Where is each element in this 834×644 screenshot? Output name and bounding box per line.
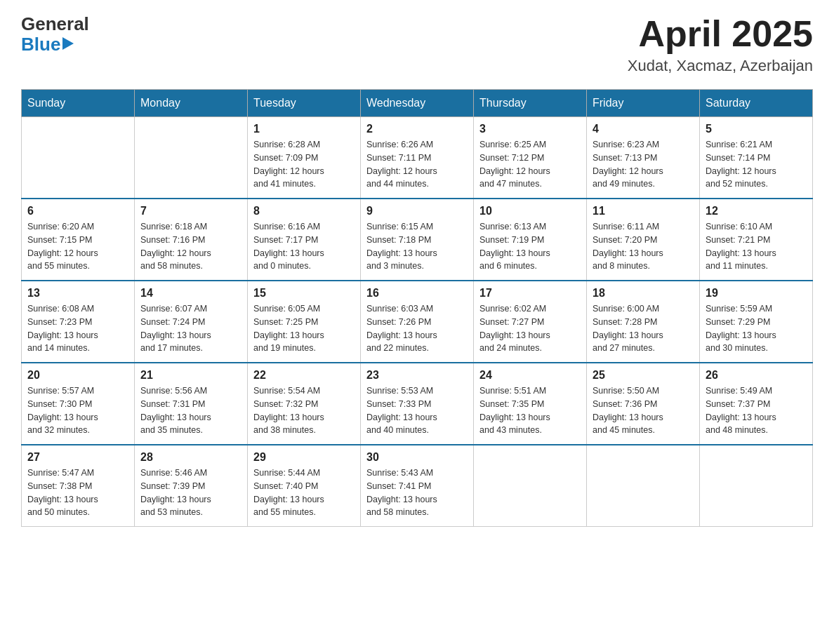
- day-info: Sunrise: 6:18 AMSunset: 7:16 PMDaylight:…: [140, 220, 241, 273]
- day-number: 24: [479, 369, 581, 382]
- table-row: 7Sunrise: 6:18 AMSunset: 7:16 PMDaylight…: [135, 199, 248, 281]
- table-row: 25Sunrise: 5:50 AMSunset: 7:36 PMDayligh…: [587, 363, 700, 445]
- day-info: Sunrise: 6:07 AMSunset: 7:24 PMDaylight:…: [140, 302, 241, 355]
- day-info: Sunrise: 6:02 AMSunset: 7:27 PMDaylight:…: [479, 302, 581, 355]
- table-row: 1Sunrise: 6:28 AMSunset: 7:09 PMDaylight…: [248, 117, 361, 199]
- day-number: 1: [253, 123, 355, 135]
- table-row: 10Sunrise: 6:13 AMSunset: 7:19 PMDayligh…: [474, 199, 587, 281]
- table-row: [587, 445, 700, 527]
- page-subtitle: Xudat, Xacmaz, Azerbaijan: [628, 57, 813, 75]
- day-info: Sunrise: 6:16 AMSunset: 7:17 PMDaylight:…: [253, 220, 355, 273]
- day-number: 26: [706, 369, 807, 382]
- day-info: Sunrise: 6:00 AMSunset: 7:28 PMDaylight:…: [593, 302, 694, 355]
- calendar-week-row: 1Sunrise: 6:28 AMSunset: 7:09 PMDaylight…: [22, 117, 813, 199]
- day-info: Sunrise: 5:49 AMSunset: 7:37 PMDaylight:…: [706, 384, 807, 437]
- table-row: 13Sunrise: 6:08 AMSunset: 7:23 PMDayligh…: [22, 281, 135, 363]
- table-row: [135, 117, 248, 199]
- day-number: 12: [706, 205, 807, 217]
- calendar-week-row: 13Sunrise: 6:08 AMSunset: 7:23 PMDayligh…: [22, 281, 813, 363]
- day-info: Sunrise: 6:23 AMSunset: 7:13 PMDaylight:…: [593, 138, 694, 191]
- day-info: Sunrise: 6:26 AMSunset: 7:11 PMDaylight:…: [366, 138, 468, 191]
- day-info: Sunrise: 5:51 AMSunset: 7:35 PMDaylight:…: [479, 384, 581, 437]
- day-number: 23: [366, 369, 468, 382]
- calendar-header-saturday: Saturday: [700, 90, 813, 117]
- logo-general: General: [21, 14, 89, 34]
- logo: General Blue: [21, 14, 89, 54]
- calendar-table: SundayMondayTuesdayWednesdayThursdayFrid…: [21, 89, 813, 527]
- calendar-week-row: 6Sunrise: 6:20 AMSunset: 7:15 PMDaylight…: [22, 199, 813, 281]
- table-row: [474, 445, 587, 527]
- day-number: 3: [479, 123, 581, 135]
- logo-arrow-icon: [62, 37, 74, 50]
- logo-blue: Blue: [21, 34, 60, 55]
- day-number: 2: [366, 123, 468, 135]
- table-row: 19Sunrise: 5:59 AMSunset: 7:29 PMDayligh…: [700, 281, 813, 363]
- calendar-week-row: 27Sunrise: 5:47 AMSunset: 7:38 PMDayligh…: [22, 445, 813, 527]
- table-row: 24Sunrise: 5:51 AMSunset: 7:35 PMDayligh…: [474, 363, 587, 445]
- day-number: 20: [27, 369, 128, 382]
- day-number: 16: [366, 287, 468, 300]
- calendar-header-friday: Friday: [587, 90, 700, 117]
- table-row: 30Sunrise: 5:43 AMSunset: 7:41 PMDayligh…: [361, 445, 474, 527]
- calendar-header-row: SundayMondayTuesdayWednesdayThursdayFrid…: [22, 90, 813, 117]
- title-block: April 2025 Xudat, Xacmaz, Azerbaijan: [628, 14, 813, 75]
- table-row: 17Sunrise: 6:02 AMSunset: 7:27 PMDayligh…: [474, 281, 587, 363]
- calendar-header-tuesday: Tuesday: [248, 90, 361, 117]
- table-row: 4Sunrise: 6:23 AMSunset: 7:13 PMDaylight…: [587, 117, 700, 199]
- day-info: Sunrise: 5:56 AMSunset: 7:31 PMDaylight:…: [140, 384, 241, 437]
- day-number: 11: [593, 205, 694, 217]
- day-info: Sunrise: 6:21 AMSunset: 7:14 PMDaylight:…: [706, 138, 807, 191]
- day-number: 15: [253, 287, 355, 300]
- day-info: Sunrise: 5:43 AMSunset: 7:41 PMDaylight:…: [366, 467, 468, 519]
- table-row: 27Sunrise: 5:47 AMSunset: 7:38 PMDayligh…: [22, 445, 135, 527]
- day-number: 13: [27, 287, 128, 300]
- table-row: 2Sunrise: 6:26 AMSunset: 7:11 PMDaylight…: [361, 117, 474, 199]
- table-row: 21Sunrise: 5:56 AMSunset: 7:31 PMDayligh…: [135, 363, 248, 445]
- table-row: 14Sunrise: 6:07 AMSunset: 7:24 PMDayligh…: [135, 281, 248, 363]
- day-info: Sunrise: 5:50 AMSunset: 7:36 PMDaylight:…: [593, 384, 694, 437]
- day-number: 7: [140, 205, 241, 217]
- calendar-header-thursday: Thursday: [474, 90, 587, 117]
- table-row: [700, 445, 813, 527]
- day-info: Sunrise: 6:25 AMSunset: 7:12 PMDaylight:…: [479, 138, 581, 191]
- table-row: 29Sunrise: 5:44 AMSunset: 7:40 PMDayligh…: [248, 445, 361, 527]
- day-number: 5: [706, 123, 807, 135]
- day-number: 29: [253, 451, 355, 464]
- day-info: Sunrise: 6:13 AMSunset: 7:19 PMDaylight:…: [479, 220, 581, 273]
- table-row: 8Sunrise: 6:16 AMSunset: 7:17 PMDaylight…: [248, 199, 361, 281]
- day-number: 18: [593, 287, 694, 300]
- day-info: Sunrise: 6:10 AMSunset: 7:21 PMDaylight:…: [706, 220, 807, 273]
- day-number: 17: [479, 287, 581, 300]
- day-number: 25: [593, 369, 694, 382]
- day-info: Sunrise: 5:54 AMSunset: 7:32 PMDaylight:…: [253, 384, 355, 437]
- day-info: Sunrise: 6:20 AMSunset: 7:15 PMDaylight:…: [27, 220, 128, 273]
- table-row: [22, 117, 135, 199]
- calendar-header-sunday: Sunday: [22, 90, 135, 117]
- table-row: 9Sunrise: 6:15 AMSunset: 7:18 PMDaylight…: [361, 199, 474, 281]
- day-number: 28: [140, 451, 241, 464]
- day-number: 22: [253, 369, 355, 382]
- day-info: Sunrise: 6:28 AMSunset: 7:09 PMDaylight:…: [253, 138, 355, 191]
- day-info: Sunrise: 5:44 AMSunset: 7:40 PMDaylight:…: [253, 467, 355, 519]
- page-title: April 2025: [628, 14, 813, 54]
- day-number: 27: [27, 451, 128, 464]
- table-row: 18Sunrise: 6:00 AMSunset: 7:28 PMDayligh…: [587, 281, 700, 363]
- table-row: 6Sunrise: 6:20 AMSunset: 7:15 PMDaylight…: [22, 199, 135, 281]
- table-row: 15Sunrise: 6:05 AMSunset: 7:25 PMDayligh…: [248, 281, 361, 363]
- calendar-header-monday: Monday: [135, 90, 248, 117]
- table-row: 12Sunrise: 6:10 AMSunset: 7:21 PMDayligh…: [700, 199, 813, 281]
- table-row: 26Sunrise: 5:49 AMSunset: 7:37 PMDayligh…: [700, 363, 813, 445]
- calendar-header-wednesday: Wednesday: [361, 90, 474, 117]
- day-info: Sunrise: 5:59 AMSunset: 7:29 PMDaylight:…: [706, 302, 807, 355]
- page-header: General Blue April 2025 Xudat, Xacmaz, A…: [21, 14, 813, 75]
- day-info: Sunrise: 6:11 AMSunset: 7:20 PMDaylight:…: [593, 220, 694, 273]
- day-info: Sunrise: 5:57 AMSunset: 7:30 PMDaylight:…: [27, 384, 128, 437]
- table-row: 5Sunrise: 6:21 AMSunset: 7:14 PMDaylight…: [700, 117, 813, 199]
- day-number: 8: [253, 205, 355, 217]
- day-number: 4: [593, 123, 694, 135]
- day-info: Sunrise: 6:05 AMSunset: 7:25 PMDaylight:…: [253, 302, 355, 355]
- table-row: 28Sunrise: 5:46 AMSunset: 7:39 PMDayligh…: [135, 445, 248, 527]
- table-row: 3Sunrise: 6:25 AMSunset: 7:12 PMDaylight…: [474, 117, 587, 199]
- day-number: 30: [366, 451, 468, 464]
- day-number: 14: [140, 287, 241, 300]
